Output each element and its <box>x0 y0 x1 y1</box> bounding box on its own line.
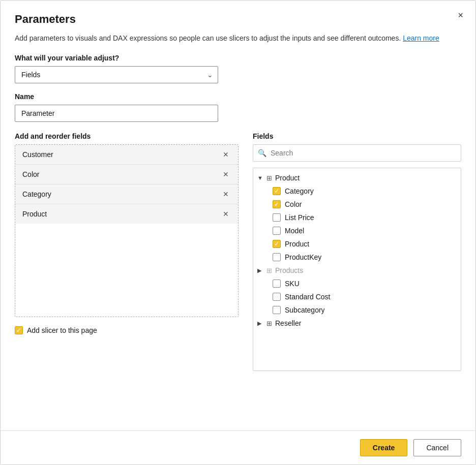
products-group-name: Products <box>275 266 303 274</box>
list-item: Product ✕ <box>15 204 238 224</box>
name-input[interactable] <box>15 105 218 122</box>
add-reorder-label: Add and reorder fields <box>15 132 239 140</box>
product-group-name: Product <box>275 174 300 182</box>
add-slicer-label: Add slicer to this page <box>27 326 97 334</box>
add-reorder-list: Customer ✕ Color ✕ Category ✕ Product ✕ <box>15 144 239 317</box>
products-group-header[interactable]: ▶ ⊞ Products <box>253 264 461 277</box>
remove-customer-button[interactable]: ✕ <box>221 150 231 159</box>
tree-item-label: Model <box>285 227 304 235</box>
tree-item-label: Product <box>285 240 309 248</box>
search-wrapper: 🔍 <box>253 144 461 162</box>
dialog-footer: Create Cancel <box>1 430 475 464</box>
color-checkbox[interactable]: ✓ <box>273 200 281 208</box>
fields-label: Fields <box>253 132 461 140</box>
tree-item-label: Category <box>285 187 314 195</box>
tree-item-label: List Price <box>285 213 314 222</box>
field-name: Product <box>22 210 47 218</box>
dialog-title: Parameters <box>15 13 461 26</box>
chevron-right-icon: ▶ <box>257 320 263 327</box>
variable-label: What will your variable adjust? <box>15 54 461 62</box>
tree-item-color: ✓ Color <box>253 198 461 211</box>
remove-product-button[interactable]: ✕ <box>221 209 231 219</box>
tree-item-subcategory: Subcategory <box>253 303 461 317</box>
name-section: Name <box>15 92 461 122</box>
tree-item-standard-cost: Standard Cost <box>253 290 461 303</box>
product-group-header[interactable]: ▼ ⊞ Product <box>253 171 461 184</box>
search-input[interactable] <box>253 144 461 162</box>
name-label: Name <box>15 92 461 101</box>
sku-checkbox[interactable] <box>273 280 281 288</box>
field-name: Color <box>22 170 39 178</box>
left-column: Add and reorder fields Customer ✕ Color … <box>15 132 239 371</box>
tree-item-list-price: List Price <box>253 211 461 224</box>
field-name: Customer <box>22 150 53 159</box>
chevron-down-icon: ▼ <box>257 175 263 181</box>
standard-cost-checkbox[interactable] <box>273 293 281 301</box>
model-checkbox[interactable] <box>273 227 281 235</box>
right-column: Fields 🔍 ▼ ⊞ Product ✓ C <box>253 132 461 371</box>
variable-select[interactable]: Fields Numeric range <box>15 66 218 83</box>
table-icon: ⊞ <box>266 174 272 182</box>
list-item: Color ✕ <box>15 165 238 184</box>
list-item: Category ✕ <box>15 184 238 204</box>
checkmark-icon: ✓ <box>274 201 279 207</box>
close-button[interactable]: × <box>456 9 465 22</box>
field-name: Category <box>22 190 51 198</box>
description-text: Add parameters to visuals and DAX expres… <box>15 34 401 42</box>
add-slicer-checkbox[interactable]: ✓ <box>15 326 23 334</box>
fields-tree: ▼ ⊞ Product ✓ Category ✓ Color <box>253 168 461 371</box>
tree-item-sku: SKU <box>253 277 461 290</box>
productkey-checkbox[interactable] <box>273 253 281 261</box>
category-checkbox[interactable]: ✓ <box>273 187 281 195</box>
two-col-layout: Add and reorder fields Customer ✕ Color … <box>15 132 461 371</box>
dialog-description: Add parameters to visuals and DAX expres… <box>15 33 461 44</box>
checkmark-icon: ✓ <box>274 241 279 247</box>
tree-item-label: ProductKey <box>285 253 321 261</box>
tree-item-product: ✓ Product <box>253 237 461 251</box>
checkmark-icon: ✓ <box>16 327 21 333</box>
variable-select-wrapper: Fields Numeric range ⌄ <box>15 66 218 83</box>
tree-item-label: Standard Cost <box>285 293 331 301</box>
subcategory-checkbox[interactable] <box>273 306 281 314</box>
table-icon: ⊞ <box>266 320 272 327</box>
tree-item-model: Model <box>253 224 461 237</box>
tree-item-category: ✓ Category <box>253 184 461 198</box>
tree-item-label: Color <box>285 200 302 208</box>
checkmark-icon: ✓ <box>274 188 279 194</box>
tree-item-label: Subcategory <box>285 306 325 314</box>
cancel-button[interactable]: Cancel <box>413 439 461 456</box>
reseller-group-header[interactable]: ▶ ⊞ Reseller <box>253 317 461 330</box>
list-price-checkbox[interactable] <box>273 213 281 222</box>
parameters-dialog: × Parameters Add parameters to visuals a… <box>0 0 476 465</box>
remove-color-button[interactable]: ✕ <box>221 170 231 179</box>
add-slicer-row: ✓ Add slicer to this page <box>15 326 239 334</box>
learn-more-link[interactable]: Learn more <box>403 34 439 42</box>
tree-item-productkey: ProductKey <box>253 251 461 264</box>
chevron-right-icon: ▶ <box>257 267 263 274</box>
reseller-group-name: Reseller <box>275 319 301 327</box>
product-checkbox[interactable]: ✓ <box>273 240 281 248</box>
create-button[interactable]: Create <box>360 439 408 456</box>
remove-category-button[interactable]: ✕ <box>221 190 231 199</box>
tree-item-label: SKU <box>285 280 300 288</box>
table-icon: ⊞ <box>266 267 272 274</box>
list-item: Customer ✕ <box>15 145 238 165</box>
